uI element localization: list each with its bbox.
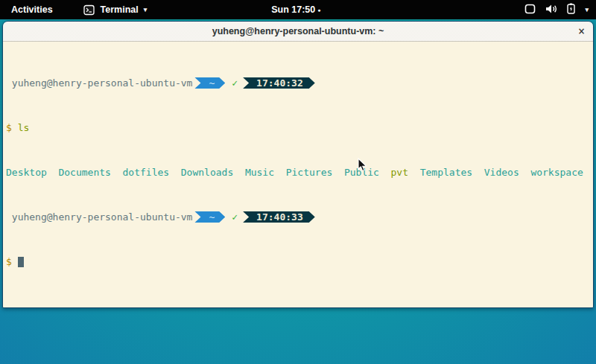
prompt-time-segment: 17:40:33 (243, 211, 315, 223)
ls-item: pvt (391, 167, 408, 178)
battery-charging-icon (567, 3, 575, 16)
prompt-user-host: yuheng@henry-personal-ubuntu-vm (6, 77, 192, 89)
prompt-symbol: $ (6, 122, 12, 133)
close-icon[interactable]: × (578, 26, 585, 37)
app-menu-label: Terminal (101, 4, 139, 15)
ls-output-line: DesktopDocumentsdotfilesDownloadsMusicPi… (6, 167, 593, 178)
terminal-cursor (18, 257, 24, 267)
system-status-area[interactable]: ▾ (524, 3, 589, 16)
ls-item: Music (245, 167, 274, 178)
terminal-window: yuheng@henry-personal-ubuntu-vm: ~ × yuh… (2, 21, 594, 308)
app-menu-terminal[interactable]: Terminal ▾ (83, 4, 148, 16)
activities-button[interactable]: Activities (7, 3, 57, 16)
ls-item: Documents (58, 167, 110, 178)
prompt-line: yuheng@henry-personal-ubuntu-vm~✓17:40:3… (6, 211, 593, 223)
prompt-cwd-segment: ~ (194, 77, 225, 89)
clock-button[interactable]: Sun 17:50 ● (271, 4, 320, 15)
ls-item: Videos (484, 167, 519, 178)
prompt-time-segment: 17:40:32 (243, 77, 315, 89)
typed-command: ls (18, 122, 30, 133)
terminal-icon (83, 4, 95, 16)
terminal-content[interactable]: yuheng@henry-personal-ubuntu-vm~✓17:40:3… (3, 42, 593, 308)
ls-item: Desktop (6, 167, 47, 178)
ls-item: workspace (530, 167, 583, 178)
prompt-status-check: ✓ (232, 211, 238, 223)
input-line[interactable]: $ (6, 256, 593, 267)
prompt-cwd-segment: ~ (194, 211, 225, 223)
prompt-status-check: ✓ (232, 77, 238, 89)
window-titlebar[interactable]: yuheng@henry-personal-ubuntu-vm: ~ × (3, 22, 593, 42)
ls-item: Templates (420, 167, 472, 178)
prompt-symbol: $ (6, 256, 12, 267)
clock-label: Sun 17:50 (271, 4, 315, 15)
window-title: yuheng@henry-personal-ubuntu-vm: ~ (212, 26, 384, 36)
chevron-down-icon[interactable]: ▾ (585, 7, 589, 13)
screen-icon (524, 4, 536, 16)
prompt-line: yuheng@henry-personal-ubuntu-vm~✓17:40:3… (6, 77, 593, 89)
top-bar: Activities Terminal ▾ Sun 17:50 ● ▾ (0, 0, 596, 19)
prompt-user-host: yuheng@henry-personal-ubuntu-vm (6, 211, 192, 223)
desktop: Activities Terminal ▾ Sun 17:50 ● ▾ (0, 0, 596, 364)
ls-item: Pictures (286, 167, 333, 178)
command-line: $ ls (6, 122, 593, 133)
ls-item: Downloads (181, 167, 233, 178)
ls-item: dotfiles (123, 167, 170, 178)
volume-icon (545, 4, 557, 16)
mouse-pointer-icon (358, 158, 367, 175)
chevron-down-icon: ▾ (144, 7, 148, 13)
notification-dot-icon: ● (317, 7, 320, 13)
